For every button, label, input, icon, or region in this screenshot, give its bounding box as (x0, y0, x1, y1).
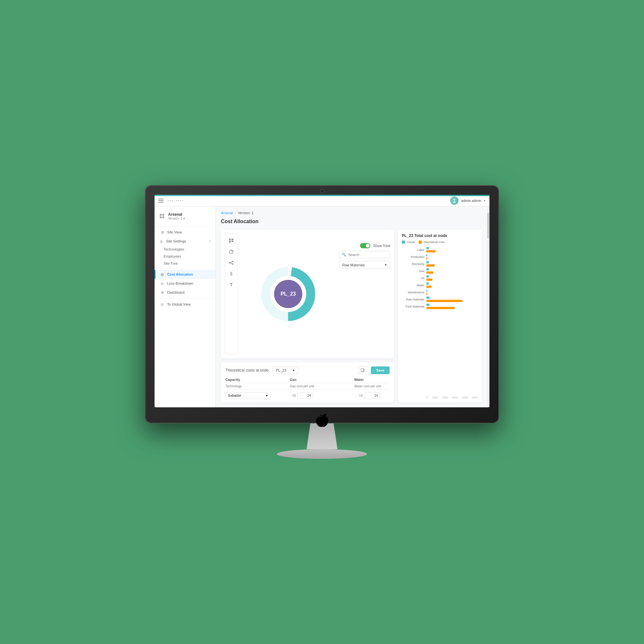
svg-point-13 (232, 261, 233, 262)
col-sub-gas: Gas cost per unit (290, 384, 354, 388)
col-header-capacity: Capacity (225, 378, 290, 382)
sidebar-item-dashboard[interactable]: ⊞ Dashboard (155, 288, 215, 297)
svg-rect-3 (162, 214, 164, 216)
app-logo: ••• •••• (167, 198, 184, 203)
bar-row: Production (402, 254, 478, 260)
sidebar-item-global-view[interactable]: ◎ To Global View (155, 300, 215, 309)
bar-actual (426, 275, 429, 278)
svg-rect-5 (162, 216, 164, 218)
sidebar-item-loss-breakdown[interactable]: ◎ Loss Breakdown (155, 279, 215, 288)
show-total-row: Show Total (339, 243, 390, 248)
top-bar: ••• •••• admin admin ▾ (155, 195, 489, 206)
admin-dropdown-arrow[interactable]: ▾ (484, 199, 486, 202)
sidebar-item-employees[interactable]: Employees (164, 253, 215, 260)
bar-theoretical (426, 257, 427, 260)
sidebar-item-site-settings[interactable]: ◎ Site Settings ▾ (155, 237, 215, 246)
svg-rect-23 (361, 368, 364, 371)
water-input[interactable] (364, 393, 380, 399)
teal-accent-strip (155, 195, 489, 196)
bars-container (426, 261, 478, 267)
bar-theoretical (426, 264, 435, 267)
bar-row-label: Gas (402, 270, 424, 273)
sidebar-item-site-tree[interactable]: Site Tree (164, 260, 215, 267)
bar-row-label: Maintenance (402, 291, 424, 294)
bar-theoretical (426, 250, 436, 252)
brand-name: Arsenal (168, 212, 185, 217)
settings-icon: ◎ (159, 239, 164, 243)
search-input[interactable] (348, 253, 387, 257)
bar-actual (426, 261, 429, 263)
toolbar-grid-btn[interactable] (227, 236, 236, 245)
form-header-row: Theoretical costs at node PL_23 ▾ (225, 366, 390, 374)
bar-row: Oil (402, 275, 478, 281)
sidebar: Arsenal Version: 1 ▾ ⊞ Site View ◎ Site … (155, 206, 216, 407)
hamburger-menu[interactable] (158, 199, 164, 203)
brand-version[interactable]: Version: 1 ▾ (168, 217, 185, 220)
bar-actual (426, 304, 430, 306)
cost-allocation-panel: $ T (221, 230, 394, 358)
legend-dot-theoretical (419, 241, 422, 244)
col-header-gas: Gas (290, 378, 354, 382)
bars-container (426, 268, 478, 274)
show-total-toggle[interactable] (360, 243, 370, 248)
monitor-stand-neck (303, 423, 341, 449)
breadcrumb-current: Version: 1 (238, 211, 254, 215)
brand-info: Arsenal Version: 1 ▾ (168, 212, 185, 220)
technology-select[interactable]: Extractor ▾ (225, 392, 270, 399)
search-box[interactable]: 🔍 (339, 251, 390, 258)
category-dropdown[interactable]: Raw Materials ▾ (339, 261, 390, 269)
toolbar-chart-btn[interactable] (227, 247, 236, 256)
show-total-label: Show Total (373, 244, 390, 248)
node-select[interactable]: PL_23 ▾ (272, 367, 298, 374)
bar-theoretical (426, 293, 427, 295)
table-row: Extractor ▾ k$ k$ (225, 392, 390, 399)
svg-rect-6 (229, 239, 231, 240)
page-title: Cost Allocation (221, 219, 482, 224)
bars-container (426, 247, 478, 252)
gas-input[interactable] (297, 393, 313, 399)
sidebar-sub-section: Technologies Employees Site Tree (155, 246, 215, 267)
bar-row-label: Water (402, 284, 424, 287)
sidebar-item-cost-allocation[interactable]: ◎ Cost Allocation (155, 270, 215, 279)
bar-row: Electricity (402, 261, 478, 267)
toolbar-text-btn[interactable]: T (227, 280, 236, 289)
svg-rect-10 (229, 242, 231, 243)
x-tick: 5000 (472, 396, 478, 399)
svg-line-16 (230, 263, 232, 264)
dashboard-icon: ⊞ (160, 290, 165, 295)
x-tick: 3000 (452, 396, 458, 399)
gas-input-group: k$ (292, 393, 357, 399)
bar-actual (426, 254, 427, 256)
content-area: Arsenal › Version: 1 Cost Allocation (216, 206, 487, 407)
legend-label-theoretical: Theoretical Cost (423, 241, 445, 244)
form-label: Theoretical costs at node (225, 368, 269, 373)
scrollbar[interactable] (487, 206, 489, 407)
bar-row: Pack Materials (402, 304, 478, 309)
svg-text:PL_23: PL_23 (280, 291, 296, 297)
bars-container (426, 282, 478, 288)
avatar[interactable] (450, 196, 459, 205)
col-sub-technology: Technology (225, 384, 290, 388)
sidebar-item-site-view[interactable]: ⊞ Site View (155, 228, 215, 237)
bar-actual (426, 282, 429, 285)
copy-button[interactable] (359, 366, 367, 374)
bar-actual (426, 247, 429, 249)
scrollbar-thumb[interactable] (487, 213, 489, 239)
bar-row-label: Labor (402, 248, 424, 251)
bar-row: Labor (402, 247, 478, 252)
sidebar-label-dashboard: Dashboard (167, 290, 185, 294)
sidebar-divider-1 (155, 226, 215, 226)
save-button[interactable]: Save (371, 366, 390, 374)
sidebar-label-technologies: Technologies (164, 247, 184, 251)
bar-theoretical (426, 286, 431, 288)
svg-rect-7 (232, 239, 233, 240)
cost-icon: ◎ (160, 272, 165, 277)
loss-icon: ◎ (160, 281, 165, 286)
toolbar-dollar-btn[interactable]: $ (227, 269, 236, 278)
toolbar-flow-btn[interactable] (227, 258, 236, 267)
sidebar-brand: Arsenal Version: 1 ▾ (155, 210, 215, 225)
gas-unit: k$ (292, 394, 296, 397)
breadcrumb-parent[interactable]: Arsenal (221, 211, 233, 215)
sidebar-item-technologies[interactable]: Technologies (164, 246, 215, 253)
bar-chart: LaborProductionElectricityGasOilWaterMai… (402, 247, 478, 394)
